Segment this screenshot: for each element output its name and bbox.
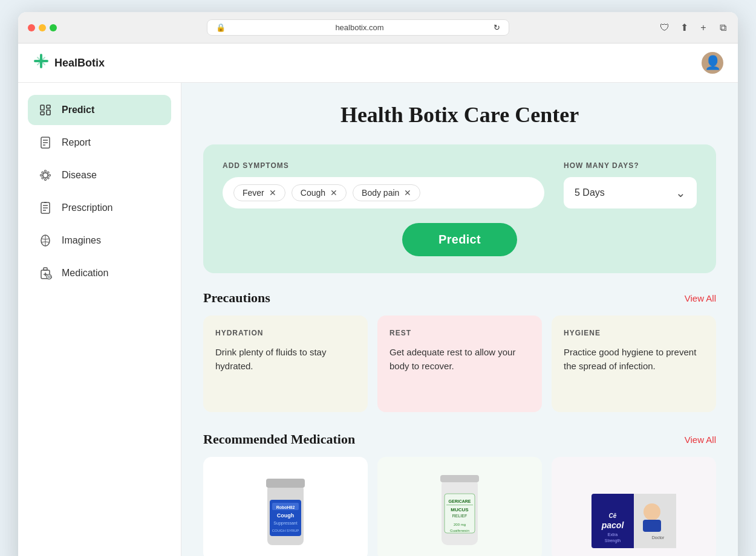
logo-text: HealBotix xyxy=(54,57,105,70)
page-title: Health Botix Care Center xyxy=(203,102,716,128)
svg-text:Strength: Strength xyxy=(605,538,621,543)
svg-text:Guaifenesin: Guaifenesin xyxy=(450,529,469,532)
svg-text:pacol: pacol xyxy=(601,520,625,530)
svg-point-11 xyxy=(41,175,42,176)
logo-icon xyxy=(33,53,50,73)
svg-rect-0 xyxy=(41,105,44,110)
lock-icon: 🔒 xyxy=(216,23,226,32)
share-icon[interactable]: ⬆ xyxy=(679,22,689,33)
sidebar-item-report[interactable]: Report xyxy=(28,128,171,158)
svg-point-8 xyxy=(43,173,48,178)
sidebar: Predict Report xyxy=(18,83,181,556)
svg-rect-42 xyxy=(446,505,473,505)
svg-text:COUGH SYRUP: COUGH SYRUP xyxy=(272,529,299,532)
precaution-card-rest: REST Get adequate rest to allow your bod… xyxy=(377,315,542,412)
shield-icon[interactable]: 🛡 xyxy=(659,22,670,33)
sidebar-report-label: Report xyxy=(62,137,91,148)
svg-rect-1 xyxy=(41,112,44,115)
medication-grid: RoboH82 Cough Suppressant COUGH SYRUP xyxy=(203,457,716,556)
cough-image: RoboH82 Cough Suppressant COUGH SYRUP xyxy=(213,467,358,551)
top-nav: HealBotix 👤 xyxy=(18,44,738,83)
svg-text:RoboH82: RoboH82 xyxy=(276,505,295,509)
svg-rect-2 xyxy=(47,105,50,108)
sidebar-item-imagines[interactable]: Imagines xyxy=(28,225,171,256)
app-container: HealBotix 👤 P xyxy=(18,44,738,556)
address-bar[interactable]: 🔒 healbotix.com ↻ xyxy=(207,19,509,36)
precautions-view-all[interactable]: View All xyxy=(685,293,716,303)
medication-icon: Rx xyxy=(37,265,53,281)
svg-point-9 xyxy=(45,170,47,172)
sidebar-predict-label: Predict xyxy=(62,105,94,115)
sidebar-prescription-label: Prescription xyxy=(62,202,112,213)
rest-text: Get adequate rest to allow your body to … xyxy=(389,346,530,373)
cepacol-image: Cē pacol Extra Strength Doctor xyxy=(561,467,706,551)
svg-text:200 mg: 200 mg xyxy=(454,523,466,526)
svg-text:RELIEF: RELIEF xyxy=(452,514,468,518)
medication-card-cough[interactable]: RoboH82 Cough Suppressant COUGH SYRUP xyxy=(203,457,368,556)
days-value: 5 Days xyxy=(575,187,605,198)
symptoms-input[interactable]: Fever ✕ Cough ✕ Body pain ✕ xyxy=(223,177,544,208)
prescription-icon xyxy=(37,200,53,216)
sidebar-disease-label: Disease xyxy=(62,170,97,181)
svg-text:Cough: Cough xyxy=(277,512,295,519)
maximize-button[interactable] xyxy=(50,24,57,31)
new-tab-icon[interactable]: + xyxy=(698,22,709,33)
predict-icon xyxy=(37,102,53,118)
chevron-down-icon: ⌄ xyxy=(676,186,686,200)
medication-title: Recommended Medication xyxy=(203,432,355,447)
medication-card-cepacol[interactable]: Cē pacol Extra Strength Doctor xyxy=(552,457,716,556)
hygiene-label: HYGIENE xyxy=(564,329,704,337)
reload-icon[interactable]: ↻ xyxy=(494,23,500,32)
traffic-lights xyxy=(28,24,57,31)
fever-remove[interactable]: ✕ xyxy=(269,189,276,197)
sidebar-item-predict[interactable]: Predict xyxy=(28,95,171,125)
body-pain-label: Body pain xyxy=(362,188,399,198)
days-select[interactable]: 5 Days ⌄ xyxy=(564,177,697,208)
precaution-card-hydration: HYDRATION Drink plenty of fluids to stay… xyxy=(203,315,368,412)
precaution-card-hygiene: HYGIENE Practice good hygiene to prevent… xyxy=(552,315,716,412)
symptom-card: ADD SYMPTOMS Fever ✕ Cough ✕ xyxy=(203,144,716,273)
report-icon xyxy=(37,135,53,150)
hydration-label: HYDRATION xyxy=(215,329,356,337)
close-button[interactable] xyxy=(28,24,35,31)
precautions-title: Precautions xyxy=(203,290,270,306)
svg-text:MUCUS: MUCUS xyxy=(451,507,469,512)
svg-rect-50 xyxy=(643,520,661,532)
sidebar-imagines-label: Imagines xyxy=(62,235,101,246)
cough-remove[interactable]: ✕ xyxy=(330,189,337,197)
svg-text:Extra: Extra xyxy=(608,532,618,537)
predict-button[interactable]: Predict xyxy=(402,223,517,256)
browser-actions: 🛡 ⬆ + ⧉ xyxy=(659,22,728,33)
hydration-text: Drink plenty of fluids to stay hydrated. xyxy=(215,346,356,373)
svg-text:Doctor: Doctor xyxy=(652,535,665,540)
imagines-icon xyxy=(37,233,53,248)
medication-card-mucus[interactable]: GERICARE MUCUS RELIEF 200 mg Guaifenesin xyxy=(377,457,542,556)
url-text: healbotix.com xyxy=(230,23,489,32)
svg-rect-31 xyxy=(266,479,305,488)
precautions-header: Precautions View All xyxy=(203,290,716,306)
sidebar-medication-label: Medication xyxy=(62,268,108,279)
mucus-image: GERICARE MUCUS RELIEF 200 mg Guaifenesin xyxy=(387,467,532,551)
medication-view-all[interactable]: View All xyxy=(685,435,716,445)
svg-text:GERICARE: GERICARE xyxy=(449,499,471,503)
minimize-button[interactable] xyxy=(39,24,46,31)
svg-point-12 xyxy=(49,175,51,176)
sidebar-item-medication[interactable]: Rx Medication xyxy=(28,258,171,288)
svg-text:Rx: Rx xyxy=(48,275,52,279)
body-pain-remove[interactable]: ✕ xyxy=(404,189,411,197)
svg-text:Suppressant: Suppressant xyxy=(273,521,297,526)
symptom-tag-cough: Cough ✕ xyxy=(292,184,347,201)
svg-rect-39 xyxy=(440,475,479,482)
cough-label: Cough xyxy=(301,188,325,198)
sidebar-item-prescription[interactable]: Prescription xyxy=(28,193,171,223)
svg-point-15 xyxy=(42,177,44,179)
avatar[interactable]: 👤 xyxy=(702,52,723,74)
app-layout: Predict Report xyxy=(18,83,738,556)
svg-point-49 xyxy=(644,503,660,520)
tabs-icon[interactable]: ⧉ xyxy=(717,22,728,33)
add-symptoms-label: ADD SYMPTOMS xyxy=(223,161,544,170)
rest-label: REST xyxy=(389,329,530,337)
days-section: HOW MANY DAYS? 5 Days ⌄ xyxy=(564,161,697,208)
sidebar-item-disease[interactable]: Disease xyxy=(28,160,171,190)
svg-point-14 xyxy=(47,172,49,173)
